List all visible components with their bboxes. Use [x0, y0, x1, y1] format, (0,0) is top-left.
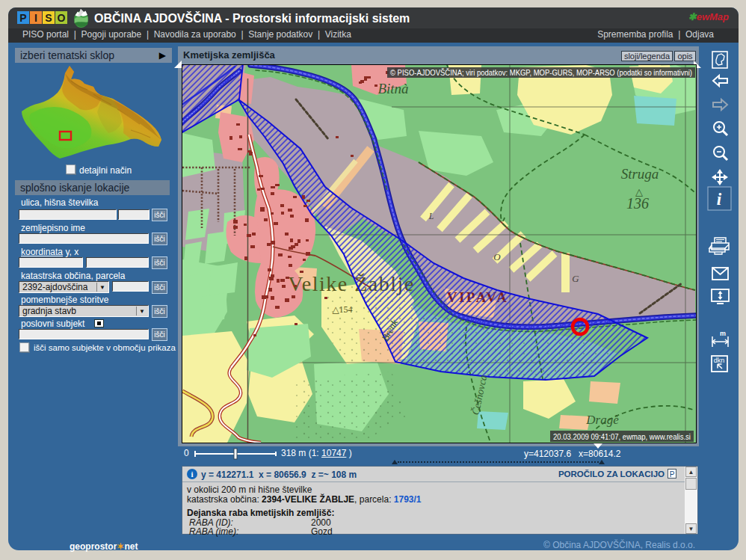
- svg-text:20.03.2009 09:41:07, ewmap, ww: 20.03.2009 09:41:07, ewmap, www.realis.s…: [553, 432, 691, 441]
- svg-text:Bitnà: Bitnà: [377, 81, 408, 96]
- svg-text:i: i: [717, 190, 722, 209]
- svg-text:Dragè: Dragè: [585, 413, 619, 427]
- svg-text:△154: △154: [332, 304, 352, 315]
- svg-text:O: O: [493, 251, 501, 262]
- svg-text:© PISO-AJDOVŠČINA; viri podatk: © PISO-AJDOVŠČINA; viri podatkov: MKGP, …: [390, 68, 692, 77]
- svg-text:G: G: [572, 273, 579, 284]
- svg-text:Struga: Struga: [621, 166, 659, 182]
- svg-text:136: 136: [626, 195, 649, 212]
- svg-text:dkn: dkn: [714, 357, 725, 364]
- svg-text:L: L: [428, 211, 434, 221]
- svg-text:m: m: [720, 330, 726, 337]
